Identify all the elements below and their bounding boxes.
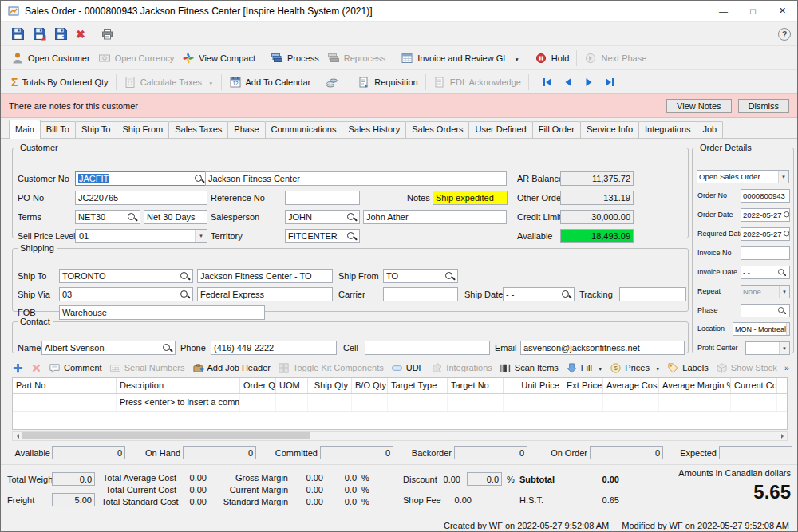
- tab-sales-orders[interactable]: Sales Orders: [405, 121, 469, 138]
- sell-price-level-combo[interactable]: 01: [75, 229, 207, 243]
- search-icon[interactable]: [127, 212, 137, 223]
- customer-no-field[interactable]: JACFIT: [75, 171, 207, 186]
- comment-button[interactable]: Comment: [49, 362, 102, 374]
- save-close-button[interactable]: [29, 25, 50, 43]
- required-date-field[interactable]: 2022-05-27: [741, 227, 790, 241]
- chevron-down-icon[interactable]: [653, 363, 660, 372]
- search-icon[interactable]: [444, 271, 455, 282]
- reprocess-button[interactable]: Reprocess: [323, 49, 390, 67]
- notes-field[interactable]: Ship expedited: [433, 191, 508, 205]
- chevron-down-icon[interactable]: [779, 342, 789, 354]
- profit-center-combo[interactable]: [745, 341, 790, 355]
- ship-to-code-field[interactable]: TORONTO: [59, 269, 193, 283]
- ship-from-field[interactable]: TO: [383, 269, 458, 283]
- chevron-down-icon[interactable]: [195, 230, 207, 242]
- po-no-field[interactable]: JC220765: [75, 191, 207, 205]
- column-header-order-qty[interactable]: Order Qty: [240, 378, 276, 393]
- add-job-header-button[interactable]: Add Job Header: [192, 362, 271, 374]
- tab-job[interactable]: Job: [697, 121, 724, 138]
- process-button[interactable]: Process: [267, 49, 323, 67]
- ship-to-name-field[interactable]: Jackson Fitness Center - TO: [197, 269, 333, 283]
- search-icon[interactable]: [346, 231, 357, 242]
- previous-record-button[interactable]: [558, 73, 579, 91]
- search-icon[interactable]: [777, 306, 785, 314]
- tab-communications[interactable]: Communications: [265, 121, 343, 138]
- horizontal-scrollbar-thumb[interactable]: [22, 432, 310, 439]
- ship-via-code-field[interactable]: 03: [59, 287, 193, 301]
- column-header-uom[interactable]: UOM: [276, 378, 308, 393]
- reference-no-field[interactable]: [285, 191, 360, 205]
- total-weight-field[interactable]: 0.0: [52, 472, 95, 486]
- view-notes-button[interactable]: View Notes: [666, 99, 731, 113]
- invoice-no-field[interactable]: [741, 246, 790, 260]
- invoice-date-field[interactable]: - -: [741, 266, 790, 279]
- maximize-button[interactable]: □: [738, 1, 768, 21]
- chevron-down-icon[interactable]: [595, 363, 602, 372]
- labels-button[interactable]: Labels: [667, 362, 708, 374]
- tab-ship-to[interactable]: Ship To: [75, 121, 117, 138]
- tab-sales-history[interactable]: Sales History: [342, 121, 406, 138]
- salesperson-code-field[interactable]: JOHN: [285, 210, 360, 224]
- open-customer-button[interactable]: Open Customer: [7, 49, 94, 67]
- discount-pct-field[interactable]: 0.0: [467, 472, 502, 486]
- integrations-button[interactable]: Integrations: [431, 362, 492, 374]
- column-header-bo-qty[interactable]: B/O Qty: [352, 378, 388, 393]
- search-icon[interactable]: [180, 271, 190, 282]
- salesperson-name-field[interactable]: John Ather: [363, 210, 507, 224]
- tab-service-info[interactable]: Service Info: [580, 121, 639, 138]
- toggle-kit-components-button[interactable]: Toggle Kit Components: [278, 362, 384, 374]
- tracking-field[interactable]: [619, 287, 686, 301]
- column-header-target-type[interactable]: Target Type: [388, 378, 448, 393]
- search-icon[interactable]: [346, 212, 357, 223]
- delete-line-button[interactable]: [31, 363, 41, 373]
- column-header-part-no[interactable]: Part No: [13, 378, 117, 393]
- scan-items-button[interactable]: Scan Items: [500, 362, 559, 374]
- search-icon[interactable]: [180, 290, 190, 300]
- search-icon[interactable]: [783, 211, 790, 219]
- order-no-field[interactable]: 0000800943: [741, 189, 790, 203]
- search-icon[interactable]: [561, 290, 571, 300]
- search-icon[interactable]: [783, 230, 790, 238]
- location-combo[interactable]: MON - Montreal: [733, 322, 790, 336]
- prices-button[interactable]: $Prices: [610, 362, 660, 374]
- order-status-combo[interactable]: Open Sales Order: [697, 170, 789, 183]
- fill-button[interactable]: Fill: [566, 362, 603, 374]
- requisition-button[interactable]: Requisition: [354, 73, 421, 91]
- horizontal-scrollbar[interactable]: [12, 431, 788, 441]
- tab-ship-from[interactable]: Ship From: [117, 121, 170, 138]
- help-button[interactable]: ?: [778, 28, 791, 41]
- hold-button[interactable]: Hold: [531, 49, 574, 67]
- open-currency-button[interactable]: Open Currency: [94, 49, 179, 67]
- serial-numbers-button[interactable]: 123Serial Numbers: [109, 362, 185, 374]
- carrier-field[interactable]: [383, 287, 458, 301]
- chevron-down-icon[interactable]: [206, 77, 213, 87]
- column-header-average-cost[interactable]: Average Cost: [603, 378, 659, 393]
- dismiss-button[interactable]: Dismiss: [738, 99, 790, 113]
- column-header-ship-qty[interactable]: Ship Qty: [308, 378, 352, 393]
- chevron-down-icon[interactable]: [778, 171, 788, 183]
- cell-field[interactable]: [365, 341, 490, 355]
- search-icon[interactable]: [162, 343, 172, 353]
- tab-main[interactable]: Main: [9, 120, 41, 139]
- tab-sales-taxes[interactable]: Sales Taxes: [168, 121, 228, 138]
- search-icon[interactable]: [194, 174, 204, 184]
- column-header-average-margin[interactable]: Average Margin %: [659, 378, 731, 393]
- terms-code-field[interactable]: NET30: [75, 210, 140, 224]
- tab-phase[interactable]: Phase: [227, 121, 265, 138]
- tab-user-defined[interactable]: User Defined: [468, 121, 532, 138]
- customer-name-field[interactable]: Jackson Fitness Center: [205, 171, 507, 186]
- save-new-button[interactable]: [50, 25, 72, 43]
- delete-button[interactable]: ✖: [72, 26, 89, 43]
- next-phase-button[interactable]: Next Phase: [580, 49, 650, 67]
- toolbar-overflow-button[interactable]: »: [784, 363, 789, 372]
- last-record-button[interactable]: [599, 73, 620, 91]
- chevron-down-icon[interactable]: [512, 53, 519, 63]
- ship-date-field[interactable]: - -: [503, 287, 575, 301]
- close-button[interactable]: ✕: [768, 1, 797, 21]
- tab-bill-to[interactable]: Bill To: [40, 121, 76, 138]
- column-header-target-no[interactable]: Target No: [448, 378, 504, 393]
- phase-field[interactable]: [741, 304, 790, 317]
- view-compact-button[interactable]: View Compact: [178, 49, 259, 67]
- print-button[interactable]: [97, 26, 118, 43]
- ship-via-name-field[interactable]: Federal Express: [197, 287, 333, 301]
